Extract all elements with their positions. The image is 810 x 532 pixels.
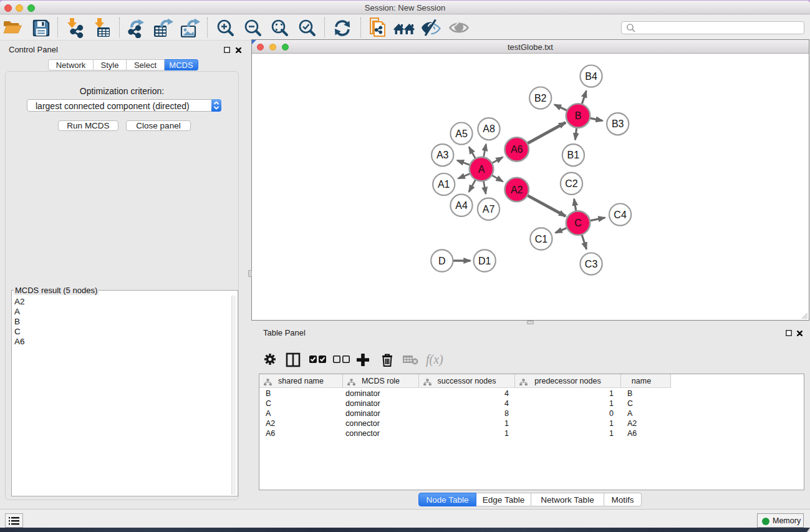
svg-text:A1: A1 bbox=[438, 179, 450, 190]
svg-text:D1: D1 bbox=[478, 256, 491, 266]
svg-text:A2: A2 bbox=[511, 185, 523, 195]
svg-text:B4: B4 bbox=[585, 71, 597, 82]
svg-text:A6: A6 bbox=[511, 144, 523, 155]
svg-text:C2: C2 bbox=[565, 178, 578, 189]
svg-text:A: A bbox=[478, 164, 485, 175]
svg-text:C: C bbox=[574, 218, 582, 228]
svg-text:C3: C3 bbox=[585, 259, 598, 269]
svg-text:A5: A5 bbox=[455, 128, 468, 139]
svg-text:A8: A8 bbox=[483, 123, 495, 134]
svg-text:C1: C1 bbox=[535, 234, 548, 244]
svg-text:A3: A3 bbox=[436, 150, 449, 160]
svg-text:A7: A7 bbox=[483, 204, 495, 215]
svg-text:B3: B3 bbox=[612, 118, 624, 129]
svg-text:D: D bbox=[438, 256, 446, 266]
svg-text:B2: B2 bbox=[534, 93, 547, 104]
svg-text:B: B bbox=[575, 110, 582, 121]
svg-text:A4: A4 bbox=[455, 200, 468, 211]
svg-text:B1: B1 bbox=[567, 150, 580, 160]
svg-text:C4: C4 bbox=[614, 210, 627, 220]
